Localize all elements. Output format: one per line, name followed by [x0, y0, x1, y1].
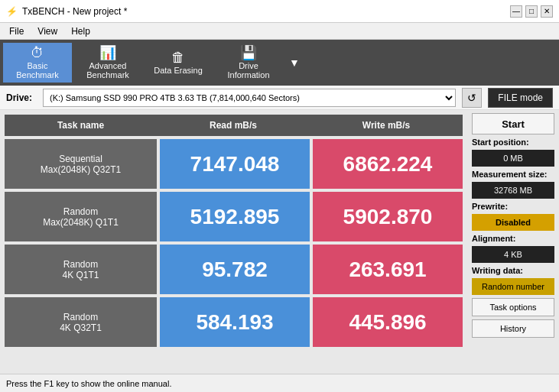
data-erasing-icon: 🗑 — [171, 50, 185, 64]
alignment-value: 4 KB — [472, 246, 554, 263]
drive-label: Drive: — [6, 92, 37, 103]
history-button[interactable]: History — [472, 319, 554, 338]
writing-data-value: Random number — [472, 278, 554, 295]
drive-information-icon: 💾 — [240, 46, 257, 60]
bench-write-random-4k-q1: 263.691 — [313, 245, 463, 294]
bench-write-random-max: 5902.870 — [313, 192, 463, 241]
title-bar: ⚡ TxBENCH - New project * — □ ✕ — [0, 0, 559, 23]
writing-data-label: Writing data: — [472, 266, 554, 275]
bench-read-random-4k-q1: 95.782 — [160, 245, 310, 294]
bench-row-random-4k-q1: Random4K Q1T1 95.782 263.691 — [5, 245, 463, 294]
status-bar: Press the F1 key to show the online manu… — [0, 374, 559, 392]
right-panel: Start Start position: 0 MB Measurement s… — [467, 110, 559, 374]
toolbar-drive-information[interactable]: 💾 DriveInformation — [214, 43, 283, 83]
bench-label-random-max: RandomMax(2048K) Q1T1 — [5, 192, 157, 241]
start-button[interactable]: Start — [472, 113, 554, 134]
data-erasing-label: Data Erasing — [154, 66, 203, 75]
title-bar-left: ⚡ TxBENCH - New project * — [6, 6, 127, 17]
bench-write-random-4k-q32: 445.896 — [313, 297, 463, 347]
alignment-label: Alignment: — [472, 234, 554, 243]
close-button[interactable]: ✕ — [541, 5, 553, 18]
header-write: Write mB/s — [310, 120, 463, 131]
prewrite-value: Disabled — [472, 214, 554, 231]
bench-write-sequential: 6862.224 — [313, 139, 463, 189]
task-options-button[interactable]: Task options — [472, 298, 554, 316]
toolbar-advanced-benchmark[interactable]: 📊 AdvancedBenchmark — [73, 43, 142, 83]
drive-select[interactable]: (K:) Samsung SSD 990 PRO 4TB 3.63 TB (7,… — [43, 89, 456, 107]
bench-row-random-max: RandomMax(2048K) Q1T1 5192.895 5902.870 — [5, 192, 463, 241]
bench-read-random-4k-q32: 584.193 — [160, 297, 310, 347]
toolbar-dropdown[interactable]: ▼ — [284, 43, 304, 83]
drive-refresh-button[interactable]: ↺ — [462, 88, 482, 108]
drive-information-label: DriveInformation — [227, 61, 269, 79]
header-task-name: Task name — [5, 120, 157, 131]
status-text: Press the F1 key to show the online manu… — [6, 379, 171, 388]
bench-read-random-max: 5192.895 — [160, 192, 310, 241]
bench-label-sequential: SequentialMax(2048K) Q32T1 — [5, 139, 157, 189]
minimize-button[interactable]: — — [510, 5, 522, 18]
drive-row: Drive: (K:) Samsung SSD 990 PRO 4TB 3.63… — [0, 86, 559, 110]
title-bar-controls: — □ ✕ — [510, 5, 553, 18]
bench-read-sequential: 7147.048 — [160, 139, 310, 189]
benchmark-table-header: Task name Read mB/s Write mB/s — [5, 115, 463, 136]
menu-help[interactable]: Help — [65, 24, 96, 38]
measurement-size-label: Measurement size: — [472, 170, 554, 179]
window-title: TxBENCH - New project * — [22, 6, 127, 17]
start-position-label: Start position: — [472, 138, 554, 147]
menu-bar: File View Help — [0, 23, 559, 40]
file-mode-button[interactable]: FILE mode — [488, 88, 553, 108]
bench-label-random-4k-q32: Random4K Q32T1 — [5, 297, 157, 347]
main-content: Task name Read mB/s Write mB/s Sequentia… — [0, 110, 559, 374]
header-read: Read mB/s — [157, 120, 310, 131]
advanced-benchmark-label: AdvancedBenchmark — [86, 61, 129, 79]
toolbar-data-erasing[interactable]: 🗑 Data Erasing — [144, 43, 213, 83]
bench-row-random-4k-q32: Random4K Q32T1 584.193 445.896 — [5, 297, 463, 347]
menu-file[interactable]: File — [3, 24, 30, 38]
app-icon: ⚡ — [6, 6, 18, 17]
menu-view[interactable]: View — [31, 24, 63, 38]
bench-label-random-4k-q1: Random4K Q1T1 — [5, 245, 157, 294]
benchmark-area: Task name Read mB/s Write mB/s Sequentia… — [0, 110, 467, 374]
advanced-benchmark-icon: 📊 — [99, 46, 116, 60]
prewrite-label: Prewrite: — [472, 202, 554, 211]
basic-benchmark-label: BasicBenchmark — [16, 61, 59, 79]
bench-row-sequential: SequentialMax(2048K) Q32T1 7147.048 6862… — [5, 139, 463, 189]
measurement-size-value: 32768 MB — [472, 182, 554, 199]
toolbar-basic-benchmark[interactable]: ⏱ BasicBenchmark — [3, 43, 72, 83]
maximize-button[interactable]: □ — [525, 5, 538, 18]
toolbar: ⏱ BasicBenchmark 📊 AdvancedBenchmark 🗑 D… — [0, 40, 559, 86]
basic-benchmark-icon: ⏱ — [31, 46, 44, 60]
start-position-value: 0 MB — [472, 150, 554, 167]
